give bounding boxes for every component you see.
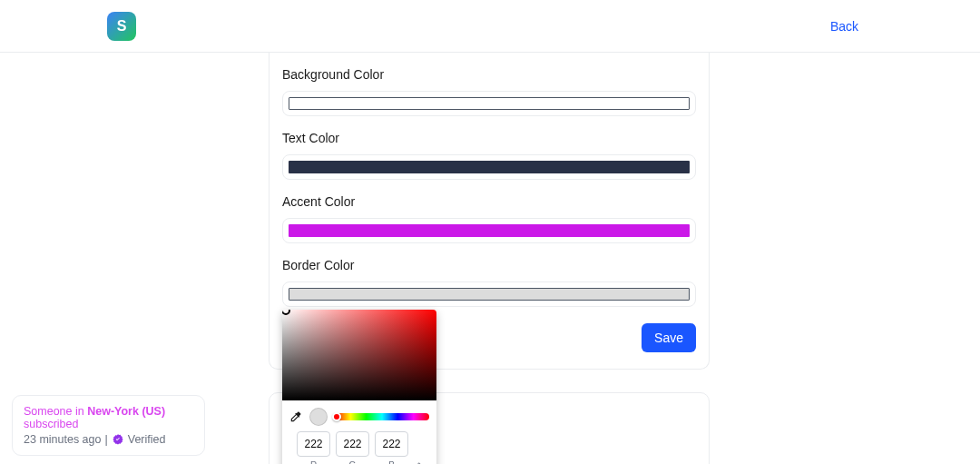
top-bar: S Back: [0, 0, 980, 53]
text-color-field: Text Color: [282, 116, 696, 180]
notification-toast[interactable]: Someone in New-York (US) subscribed 23 m…: [12, 395, 205, 456]
toast-location: New-York (US): [87, 405, 165, 418]
picker-controls-row: [282, 400, 436, 431]
background-color-label: Background Color: [282, 67, 696, 82]
accent-color-label: Accent Color: [282, 194, 696, 209]
accent-color-field: Accent Color: [282, 180, 696, 243]
border-color-label: Border Color: [282, 258, 696, 272]
saturation-area[interactable]: [282, 310, 436, 400]
current-color-swatch: [309, 408, 328, 426]
toast-meta: 23 minutes ago | Verified: [24, 433, 193, 446]
toast-suffix: subscribed: [24, 418, 78, 430]
hue-handle[interactable]: [332, 412, 341, 421]
r-input[interactable]: [297, 431, 330, 457]
g-input[interactable]: [336, 431, 369, 457]
content-area: Background Color Text Color Accent Color…: [0, 53, 980, 464]
color-picker-popover[interactable]: R G B ⌃: [282, 310, 436, 464]
save-button[interactable]: Save: [642, 323, 696, 352]
background-color-field: Background Color: [282, 53, 696, 116]
toast-time: 23 minutes ago: [24, 433, 101, 446]
b-input[interactable]: [375, 431, 408, 457]
color-bar: [289, 97, 690, 110]
border-color-field: Border Color: [282, 243, 696, 307]
verified-badge-icon: [112, 433, 124, 446]
app-logo: S: [107, 12, 136, 41]
background-color-swatch[interactable]: [282, 91, 696, 116]
text-color-label: Text Color: [282, 131, 696, 145]
b-label: B: [375, 460, 408, 464]
toast-separator: |: [104, 433, 107, 446]
logo-letter: S: [117, 18, 127, 35]
rgb-labels-row: R G B ⌃: [282, 459, 436, 464]
g-label: G: [336, 460, 369, 464]
eyedropper-icon[interactable]: [289, 410, 302, 423]
border-color-swatch[interactable]: [282, 281, 696, 307]
toast-prefix: Someone in: [24, 405, 87, 418]
accent-color-swatch[interactable]: [282, 218, 696, 243]
hue-slider[interactable]: [335, 413, 429, 420]
toast-message: Someone in New-York (US) subscribed: [24, 405, 193, 430]
back-link[interactable]: Back: [830, 19, 858, 34]
toast-verified-label: Verified: [128, 433, 166, 446]
color-bar: [289, 224, 690, 237]
saturation-marker[interactable]: [282, 310, 290, 315]
rgb-inputs-row: [282, 431, 436, 459]
color-bar: [289, 161, 690, 173]
text-color-swatch[interactable]: [282, 154, 696, 180]
color-bar: [289, 288, 690, 301]
r-label: R: [297, 460, 330, 464]
